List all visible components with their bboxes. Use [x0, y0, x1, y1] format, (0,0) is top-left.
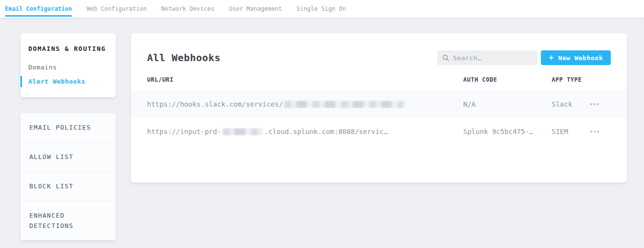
tab-web-configuration[interactable]: Web Configuration — [86, 0, 147, 18]
row-menu-button[interactable] — [589, 128, 600, 135]
page-title: All Webhooks — [147, 52, 221, 64]
column-header-auth-code: AUTH CODE — [463, 76, 552, 83]
tab-user-management[interactable]: User Management — [229, 0, 281, 18]
webhook-url-cell: https://hooks.slack.com/services/ — [147, 100, 463, 108]
active-tab-underline — [5, 15, 72, 17]
sidebar-item-block-list[interactable]: BLOCK LIST — [21, 171, 116, 201]
tab-label: Email Configuration — [5, 5, 72, 12]
search-input[interactable] — [453, 54, 533, 62]
sidebar-item-label: Domains — [28, 64, 57, 71]
app-type-cell: SIEM — [552, 128, 589, 135]
ellipsis-icon — [590, 131, 592, 133]
table-header-row: URL/URI AUTH CODE APP TYPE — [131, 69, 627, 90]
new-webhook-label: New Webhook — [558, 54, 603, 62]
plus-icon: + — [549, 54, 554, 62]
tab-label: Network Devices — [161, 5, 214, 12]
table-row: https://hooks.slack.com/services/ N/A Sl… — [131, 90, 627, 118]
sidebar-item-label: Alert Webhooks — [28, 78, 86, 85]
app-type-cell: Slack — [552, 100, 589, 108]
sidebar-item-alert-webhooks[interactable]: Alert Webhooks — [28, 74, 108, 89]
auth-code-cell: N/A — [463, 100, 552, 108]
header-actions: + New Webhook — [437, 50, 611, 65]
search-icon — [442, 54, 449, 61]
tab-email-configuration[interactable]: Email Configuration — [5, 0, 72, 18]
sidebar-item-email-policies[interactable]: EMAIL POLICIES — [21, 113, 116, 142]
top-nav: Email Configuration Web Configuration Ne… — [0, 0, 644, 18]
column-header-url: URL/URI — [147, 76, 463, 83]
table-row: https://input-prd- .cloud.splunk.com:808… — [131, 118, 627, 145]
sidebar-item-enhanced-detections[interactable]: ENHANCED DETECTIONS — [21, 201, 116, 240]
active-item-indicator — [21, 76, 22, 87]
sidebar: DOMAINS & ROUTING Domains Alert Webhooks… — [21, 33, 116, 240]
tab-label: Web Configuration — [86, 5, 147, 12]
webhooks-panel: All Webhooks + New Webhook URL/URI AUTH … — [131, 33, 627, 182]
webhook-url-text: https://input-prd- — [147, 128, 221, 135]
tab-single-sign-on[interactable]: Single Sign On — [297, 0, 346, 18]
search-box[interactable] — [437, 50, 537, 65]
ellipsis-icon — [590, 103, 592, 105]
tab-label: User Management — [229, 5, 281, 12]
panel-header: All Webhooks + New Webhook — [131, 33, 627, 65]
row-menu-button[interactable] — [589, 100, 600, 108]
webhook-url-cell: https://input-prd- .cloud.splunk.com:808… — [147, 128, 463, 135]
new-webhook-button[interactable]: + New Webhook — [541, 50, 611, 65]
webhook-url-text: https://hooks.slack.com/services/ — [147, 100, 283, 108]
domains-routing-heading: DOMAINS & ROUTING — [28, 45, 108, 52]
domains-routing-card: DOMAINS & ROUTING Domains Alert Webhooks — [21, 33, 116, 97]
redacted-url-segment — [223, 128, 263, 135]
column-header-app-type: APP TYPE — [552, 76, 589, 83]
auth-code-cell: Splunk 9c5bc475-… — [463, 128, 552, 135]
webhook-url-text: .cloud.splunk.com:8088/servic… — [264, 128, 388, 135]
sidebar-item-allow-list[interactable]: ALLOW LIST — [21, 142, 116, 171]
sidebar-section-group: EMAIL POLICIES ALLOW LIST BLOCK LIST ENH… — [21, 113, 116, 240]
tab-label: Single Sign On — [297, 5, 346, 12]
page-content: DOMAINS & ROUTING Domains Alert Webhooks… — [0, 18, 644, 240]
sidebar-item-domains[interactable]: Domains — [28, 60, 108, 74]
tab-network-devices[interactable]: Network Devices — [161, 0, 214, 18]
redacted-url-segment — [284, 101, 404, 108]
